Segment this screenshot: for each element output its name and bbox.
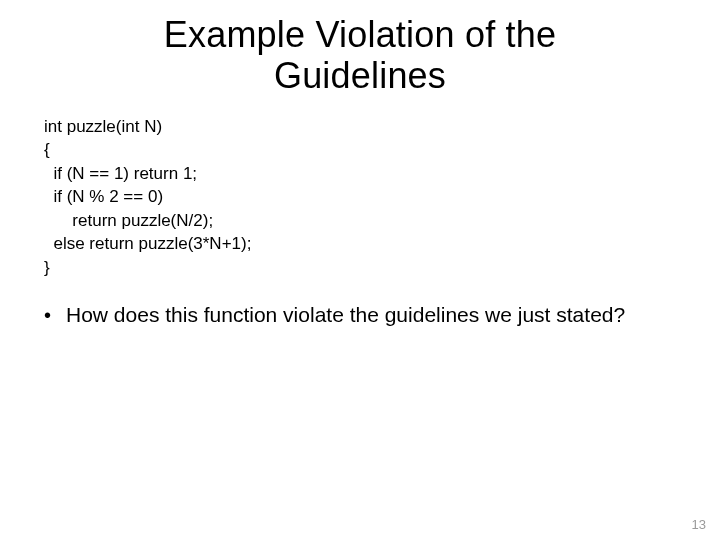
code-line: int puzzle(int N) [44, 115, 680, 138]
code-line: } [44, 256, 680, 279]
slide: Example Violation of the Guidelines int … [0, 0, 720, 540]
title-line-1: Example Violation of the [164, 14, 556, 55]
bullet-text: How does this function violate the guide… [66, 301, 625, 328]
code-line: if (N == 1) return 1; [44, 162, 680, 185]
code-block: int puzzle(int N) { if (N == 1) return 1… [44, 115, 680, 279]
code-line: return puzzle(N/2); [44, 209, 680, 232]
bullet-item: • How does this function violate the gui… [44, 301, 680, 328]
bullet-marker: • [44, 301, 66, 328]
page-number: 13 [692, 517, 706, 532]
code-line: if (N % 2 == 0) [44, 185, 680, 208]
code-line: { [44, 138, 680, 161]
slide-title: Example Violation of the Guidelines [40, 14, 680, 97]
title-line-2: Guidelines [274, 55, 446, 96]
code-line: else return puzzle(3*N+1); [44, 232, 680, 255]
